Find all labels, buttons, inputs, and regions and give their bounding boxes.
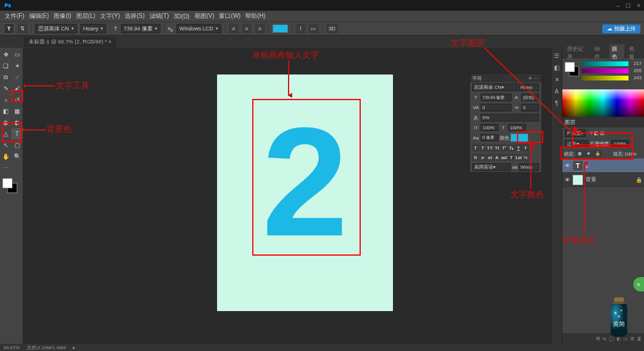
minimise-button[interactable]: –	[617, 2, 620, 9]
cp-lang[interactable]: 美国英语 ▾	[472, 163, 511, 171]
visibility-icon[interactable]: 👁	[564, 177, 570, 183]
pen-tool[interactable]: △	[0, 128, 11, 139]
para-icon[interactable]: ¶	[553, 100, 561, 107]
align-right-icon[interactable]: ≡	[255, 24, 265, 33]
heal-tool[interactable]: ✎	[0, 83, 11, 94]
type-tool[interactable]: T	[11, 128, 23, 139]
color-picker[interactable]	[0, 177, 23, 195]
layers-panel-tab[interactable]: 图层	[562, 117, 644, 128]
menu-help[interactable]: 帮助(H)	[245, 12, 265, 20]
char-icon[interactable]: A	[553, 88, 561, 95]
subscript-icon[interactable]: T₁	[508, 144, 515, 151]
zoom-level[interactable]: 66.67%	[4, 345, 20, 350]
blur-tool[interactable]: ◉	[0, 117, 11, 128]
smallcaps-icon[interactable]: Tt	[494, 144, 500, 151]
cp-size[interactable]: 739.94 像素	[481, 94, 512, 101]
layer-kind-combo[interactable]: P 类型 ▾	[565, 129, 586, 137]
slider-m[interactable]	[581, 69, 628, 73]
more-tools[interactable]: ⋯	[0, 162, 11, 173]
st-icon[interactable]: st	[487, 154, 493, 161]
text-orientation-icon[interactable]: ⇅	[18, 24, 27, 33]
eyedropper-tool[interactable]: ⟋	[11, 72, 23, 83]
green-badge[interactable]: 6	[633, 277, 644, 291]
font-size-combo[interactable]: 739.94 像素▾	[121, 24, 160, 33]
sigma-icon[interactable]: σ	[479, 154, 486, 161]
menu-select[interactable]: 选择(S)	[125, 12, 144, 20]
lock-position-icon[interactable]: ✥	[584, 150, 593, 157]
cp-font-family[interactable]: 思源黑体 CN ▾	[472, 83, 518, 91]
fi-icon[interactable]: fi	[472, 154, 479, 161]
panel-menu-icon[interactable]: ≡ ⋅⋅	[529, 76, 539, 81]
path-tool[interactable]: ↖	[0, 139, 11, 151]
cp-vscale[interactable]: 100%	[481, 124, 499, 131]
layer-text[interactable]: 👁 T 2	[562, 159, 644, 173]
text-color-swatch[interactable]	[273, 24, 288, 33]
strike-icon[interactable]: Ŧ	[522, 144, 529, 151]
menu-file[interactable]: 文件(F)	[5, 12, 24, 20]
artboard[interactable]: 2	[217, 74, 393, 311]
a-icon[interactable]: A	[494, 154, 500, 161]
fgbg-swatch[interactable]	[565, 61, 579, 85]
eraser-tool[interactable]: ◧	[0, 105, 11, 117]
slider-c[interactable]	[581, 61, 628, 66]
align-center-icon[interactable]: ≡	[242, 24, 252, 33]
menu-filter[interactable]: 滤镜(T)	[150, 12, 169, 20]
1st-icon[interactable]: 1st	[515, 154, 522, 161]
color-spectrum[interactable]	[562, 89, 644, 117]
warp-text-icon[interactable]: ⌇	[296, 24, 305, 33]
link-icon[interactable]: ⌘	[596, 336, 600, 341]
cp-font-weight[interactable]: Heavy	[519, 83, 539, 91]
antialias-combo[interactable]: Windows LCD▾	[177, 24, 221, 33]
history-brush-tool[interactable]: ↺	[11, 94, 23, 105]
foreground-color[interactable]	[2, 178, 13, 188]
menu-view[interactable]: 视图(V)	[194, 12, 214, 20]
layer-background[interactable]: 👁 背景 🔒	[562, 173, 644, 187]
trash-icon[interactable]: 🗑	[637, 336, 642, 341]
menu-window[interactable]: 窗口(W)	[219, 12, 240, 20]
crop-tool[interactable]: ⧉	[0, 72, 11, 83]
layer-name[interactable]: 2	[586, 163, 589, 169]
maximise-button[interactable]: ☐	[626, 2, 631, 9]
menu-layer[interactable]: 图层(L)	[76, 12, 95, 20]
tool-preset-icon[interactable]: T	[4, 23, 14, 34]
cp-color-swatch[interactable]	[510, 133, 528, 142]
shape-tool[interactable]: ▢	[11, 139, 23, 151]
visibility-icon[interactable]: 👁	[564, 163, 570, 169]
close-tab-icon[interactable]: ×	[109, 39, 112, 45]
lasso-tool[interactable]: ❏	[0, 60, 11, 72]
move-tool[interactable]: ✥	[0, 49, 11, 60]
cp-baseline[interactable]: 0 像素	[481, 134, 499, 141]
cp-hscale[interactable]: 100%	[508, 124, 526, 131]
cp-kerning[interactable]: 0	[481, 104, 512, 111]
prop-icon[interactable]: ☰	[553, 52, 561, 60]
font-family-combo[interactable]: 思源黑体 CN▾	[35, 24, 77, 33]
layer-name[interactable]: 背景	[586, 176, 596, 184]
bold-icon[interactable]: T	[472, 144, 479, 151]
doc-size[interactable]: 文档:2.29M/1.48M	[27, 344, 66, 351]
cp-aa[interactable]: Windo	[519, 163, 539, 171]
menu-image[interactable]: 图像(I)	[54, 12, 71, 20]
cp-scale[interactable]: 0%	[481, 114, 539, 122]
3d-icon[interactable]: 3D	[326, 24, 338, 33]
gradient-tool[interactable]: ▦	[11, 105, 23, 117]
character-panel[interactable]: 字符≡ ⋅⋅ 思源黑体 CN ▾Heavy T739.94 像素A(自动) VA…	[469, 73, 542, 173]
document-tab[interactable]: 未标题-1 @ 66.7% (2, RGB/8#) * ×	[24, 37, 116, 47]
stamp-tool[interactable]: ⟐	[0, 94, 11, 105]
wand-tool[interactable]: ✶	[11, 60, 23, 72]
superscript-icon[interactable]: T¹	[501, 144, 507, 151]
ad-icon[interactable]: ad	[501, 154, 507, 161]
hand-tool[interactable]: ✋	[0, 151, 11, 162]
fill-field[interactable]: 100%	[624, 151, 642, 157]
slider-y[interactable]	[581, 76, 628, 80]
dodge-tool[interactable]: ◐	[11, 117, 23, 128]
lock-all-icon[interactable]: 🔒	[593, 150, 602, 157]
blend-mode-combo[interactable]: 正常 ▾	[565, 140, 589, 148]
canvas-text[interactable]: 2	[217, 92, 393, 271]
upload-button[interactable]: ☁拍摄上传	[602, 24, 640, 33]
marquee-tool[interactable]: ▭	[11, 49, 23, 60]
menu-edit[interactable]: 编辑(E)	[29, 12, 49, 20]
menu-type[interactable]: 文字(Y)	[100, 12, 120, 20]
cp-tracking[interactable]: 0	[521, 104, 539, 111]
lock-pixels-icon[interactable]: ▦	[575, 150, 584, 157]
italic-icon[interactable]: T	[479, 144, 486, 151]
